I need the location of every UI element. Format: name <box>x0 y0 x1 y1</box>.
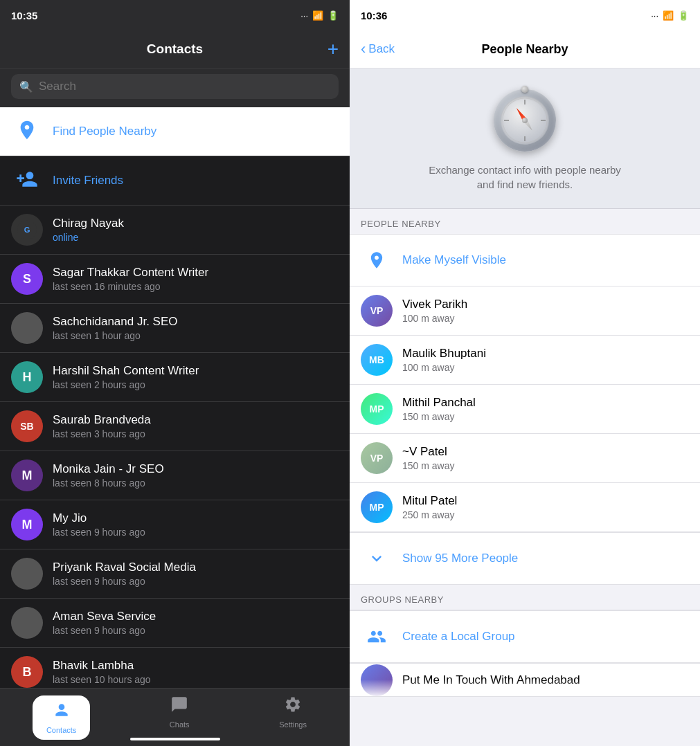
nearby-person-maulik-bhuptani[interactable]: MB Maulik Bhuptani 100 m away <box>350 336 700 385</box>
contact-aman-seva[interactable]: Aman Seva Service last seen 9 hours ago <box>0 599 350 648</box>
left-dots-icon: ··· <box>300 10 308 21</box>
hero-description: Exchange contact info with people nearby… <box>429 163 621 192</box>
make-myself-visible-item[interactable]: Make Myself Visible <box>350 235 700 286</box>
vpatel-distance: 150 m away <box>402 460 689 471</box>
search-input[interactable] <box>39 80 330 93</box>
sagar-name: Sagar Thakkar Content Writer <box>53 266 339 280</box>
vpatel-avatar: VP <box>361 442 393 474</box>
right-dots-icon: ··· <box>651 10 658 21</box>
tab-contacts[interactable]: Contacts <box>33 695 90 740</box>
sagar-status: last seen 16 minutes ago <box>53 281 339 292</box>
mithil-distance: 150 m away <box>402 411 689 422</box>
sagar-info: Sagar Thakkar Content Writer last seen 1… <box>53 266 339 292</box>
contacts-tab-label: Contacts <box>46 726 76 734</box>
saurab-info: Saurab Brandveda last seen 3 hours ago <box>53 413 339 439</box>
hero-section: Exchange contact info with people nearby… <box>350 69 700 209</box>
left-battery-icon: 🔋 <box>327 10 339 21</box>
maulik-info: Maulik Bhuptani 100 m away <box>402 347 689 373</box>
create-local-group-item[interactable]: Create a Local Group <box>350 610 700 663</box>
back-button[interactable]: ‹ Back <box>361 40 395 58</box>
bhavik-info: Bhavik Lambha last seen 10 hours ago <box>53 659 339 685</box>
sachchidanand-info: Sachchidanand Jr. SEO last seen 1 hour a… <box>53 315 339 341</box>
vivek-name: Vivek Parikh <box>402 298 689 311</box>
contact-saurab-brandveda[interactable]: SB Saurab Brandveda last seen 3 hours ag… <box>0 402 350 451</box>
priyank-avatar <box>11 558 43 590</box>
harshil-avatar: H <box>11 361 43 393</box>
mitul-info: Mitul Patel 250 m away <box>402 494 689 520</box>
find-people-nearby-avatar <box>11 116 43 147</box>
find-people-nearby-name: Find People Nearby <box>53 125 339 138</box>
groups-nearby-section-header: GROUPS NEARBY <box>350 585 700 610</box>
chats-tab-icon <box>170 695 188 718</box>
nearby-person-v-patel[interactable]: VP ~V Patel 150 m away <box>350 434 700 483</box>
myjio-status: last seen 9 hours ago <box>53 527 339 538</box>
vpatel-name: ~V Patel <box>402 445 689 459</box>
show-more-people-button[interactable]: Show 95 More People <box>350 532 700 584</box>
mithil-name: Mithil Panchal <box>402 396 689 410</box>
vivek-distance: 100 m away <box>402 313 689 324</box>
add-contact-button[interactable]: + <box>327 38 339 60</box>
back-label: Back <box>368 42 395 56</box>
put-me-in-touch-avatar <box>361 664 393 696</box>
compass-icon <box>494 89 556 152</box>
right-battery-icon: 🔋 <box>678 10 689 21</box>
contact-sagar-thakkar[interactable]: S Sagar Thakkar Content Writer last seen… <box>0 255 350 304</box>
tab-chats[interactable]: Chats <box>155 695 204 729</box>
svg-text:G: G <box>24 226 30 234</box>
right-nav-bar: ‹ Back People Nearby <box>350 30 700 69</box>
contact-chirag-nayak[interactable]: G Chirag Nayak online <box>0 206 350 255</box>
tab-settings[interactable]: Settings <box>269 695 317 729</box>
sachchidanand-status: last seen 1 hour ago <box>53 330 339 341</box>
mitul-name: Mitul Patel <box>402 494 689 508</box>
search-icon: 🔍 <box>19 80 33 93</box>
nearby-person-mithil-panchal[interactable]: MP Mithil Panchal 150 m away <box>350 385 700 434</box>
harshil-name: Harshil Shah Content Writer <box>53 364 339 378</box>
priyank-status: last seen 9 hours ago <box>53 576 339 587</box>
settings-tab-label: Settings <box>279 720 307 729</box>
vivek-info: Vivek Parikh 100 m away <box>402 298 689 324</box>
people-nearby-header-text: PEOPLE NEARBY <box>361 219 441 229</box>
right-status-bar: 10:36 ··· 📶 🔋 <box>350 0 700 30</box>
nearby-person-mitul-patel[interactable]: MP Mitul Patel 250 m away <box>350 483 700 532</box>
contact-bhavik-lambha[interactable]: B Bhavik Lambha last seen 10 hours ago <box>0 648 350 688</box>
myjio-avatar: M <box>11 509 43 540</box>
put-me-in-touch-item[interactable]: Put Me In Touch With Ahmedabad <box>350 663 700 696</box>
mithil-info: Mithil Panchal 150 m away <box>402 396 689 422</box>
contact-priyank-raval[interactable]: Priyank Raval Social Media last seen 9 h… <box>0 549 350 599</box>
aman-name: Aman Seva Service <box>53 610 339 624</box>
contact-sachchidanand[interactable]: Sachchidanand Jr. SEO last seen 1 hour a… <box>0 304 350 353</box>
vivek-avatar: VP <box>361 295 393 327</box>
nearby-list: Make Myself Visible VP Vivek Parikh 100 … <box>350 234 700 585</box>
nearby-person-vivek-parikh[interactable]: VP Vivek Parikh 100 m away <box>350 286 700 336</box>
saurab-name: Saurab Brandveda <box>53 413 339 427</box>
show-more-chevron-icon <box>361 543 393 574</box>
home-indicator-left <box>130 738 220 740</box>
page-title: People Nearby <box>481 42 568 57</box>
location-icon <box>16 119 38 145</box>
add-person-icon <box>16 168 38 194</box>
chirag-status: online <box>53 232 339 243</box>
right-wifi-icon: 📶 <box>663 10 674 21</box>
monika-status: last seen 8 hours ago <box>53 477 339 489</box>
monika-name: Monika Jain - Jr SEO <box>53 462 339 476</box>
find-people-nearby-item[interactable]: Find People Nearby <box>0 107 350 156</box>
chirag-info: Chirag Nayak online <box>53 217 339 243</box>
saurab-avatar: SB <box>11 410 43 442</box>
contacts-tab-icon <box>53 701 71 723</box>
aman-status: last seen 9 hours ago <box>53 625 339 636</box>
groups-nearby-list: Create a Local Group Put Me In Touch Wit… <box>350 610 700 697</box>
invite-friends-item[interactable]: Invite Friends <box>0 156 350 206</box>
create-group-icon <box>361 621 393 653</box>
invite-friends-info: Invite Friends <box>53 174 339 188</box>
chirag-name: Chirag Nayak <box>53 217 339 230</box>
search-inner[interactable]: 🔍 <box>11 74 339 99</box>
monika-info: Monika Jain - Jr SEO last seen 8 hours a… <box>53 462 339 489</box>
contact-my-jio[interactable]: M My Jio last seen 9 hours ago <box>0 500 350 549</box>
saurab-status: last seen 3 hours ago <box>53 428 339 439</box>
mithil-avatar: MP <box>361 393 393 425</box>
contact-monika-jain[interactable]: M Monika Jain - Jr SEO last seen 8 hours… <box>0 451 350 500</box>
bhavik-name: Bhavik Lambha <box>53 659 339 673</box>
harshil-info: Harshil Shah Content Writer last seen 2 … <box>53 364 339 390</box>
contact-harshil-shah[interactable]: H Harshil Shah Content Writer last seen … <box>0 353 350 402</box>
left-status-bar: 10:35 ··· 📶 🔋 <box>0 0 350 30</box>
